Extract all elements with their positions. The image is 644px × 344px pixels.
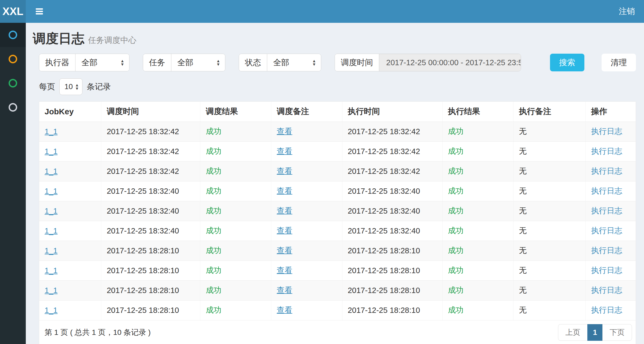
column-header: 操作 <box>585 102 636 122</box>
trigger-remark-link[interactable]: 查看 <box>277 167 292 175</box>
log-table: JobKey调度时间调度结果调度备注执行时间执行结果执行备注操作 1_1 201… <box>39 102 636 320</box>
jobkey-link[interactable]: 1_1 <box>45 246 57 255</box>
circle-outline-icon <box>9 31 17 39</box>
select-caret-icon: ▲▼ <box>216 59 220 66</box>
trigger-remark-link[interactable]: 查看 <box>277 147 292 155</box>
prev-page-button[interactable]: 上页 <box>558 324 588 341</box>
handle-time-cell: 2017-12-25 18:28:10 <box>348 246 420 255</box>
trigger-result-cell: 成功 <box>206 266 221 275</box>
exec-log-link[interactable]: 执行日志 <box>591 286 622 294</box>
status-filter-group: 状态 全部 ▲▼ <box>239 54 321 71</box>
trigger-remark-link[interactable]: 查看 <box>277 266 292 275</box>
exec-log-link[interactable]: 执行日志 <box>591 186 622 195</box>
jobkey-link[interactable]: 1_1 <box>45 226 57 235</box>
circle-outline-icon <box>9 55 17 63</box>
jobkey-link[interactable]: 1_1 <box>45 286 57 295</box>
jobkey-link[interactable]: 1_1 <box>45 187 57 195</box>
table-row: 1_1 2017-12-25 18:28:10 成功 查看 2017-12-25… <box>39 300 636 320</box>
search-button[interactable]: 搜索 <box>550 54 584 71</box>
status-filter-label: 状态 <box>239 54 267 71</box>
trigger-remark-link[interactable]: 查看 <box>277 246 292 255</box>
handle-time-cell: 2017-12-25 18:28:10 <box>348 266 420 275</box>
exec-log-link[interactable]: 执行日志 <box>591 226 622 235</box>
handle-time-cell: 2017-12-25 18:32:40 <box>348 207 420 215</box>
status-filter-select[interactable]: 全部 ▲▼ <box>267 54 321 71</box>
current-page-button[interactable]: 1 <box>587 324 603 341</box>
app-logo[interactable]: XXL <box>0 0 26 23</box>
trigger-time-cell: 2017-12-25 18:32:40 <box>107 226 179 235</box>
trigger-remark-link[interactable]: 查看 <box>277 306 292 314</box>
job-filter-group: 任务 全部 ▲▼ <box>143 54 225 71</box>
column-header: JobKey <box>39 102 101 122</box>
handle-remark-cell: 无 <box>519 167 527 175</box>
sidebar-item-4[interactable] <box>0 95 26 119</box>
table-footer: 第 1 页 ( 总共 1 页，10 条记录 ) 上页 1 下页 <box>39 320 636 344</box>
sidebar-toggle-button[interactable] <box>33 6 46 17</box>
jobkey-link[interactable]: 1_1 <box>45 167 57 175</box>
table-row: 1_1 2017-12-25 18:32:42 成功 查看 2017-12-25… <box>39 161 636 181</box>
pagination: 上页 1 下页 <box>558 324 632 341</box>
trigger-remark-link[interactable]: 查看 <box>277 186 292 195</box>
trigger-time-cell: 2017-12-25 18:32:40 <box>107 207 179 215</box>
handle-result-cell: 成功 <box>448 286 464 294</box>
sidebar-item-3[interactable] <box>0 71 26 95</box>
content-header: 调度日志任务调度中心 <box>26 23 644 54</box>
select-caret-icon: ▲▼ <box>120 59 124 66</box>
column-header: 执行结果 <box>442 102 513 122</box>
handle-time-cell: 2017-12-25 18:32:42 <box>348 147 420 156</box>
exec-log-link[interactable]: 执行日志 <box>591 266 622 275</box>
trigger-time-cell: 2017-12-25 18:28:10 <box>107 286 179 295</box>
handle-result-cell: 成功 <box>448 167 464 175</box>
jobkey-link[interactable]: 1_1 <box>45 147 57 156</box>
table-row: 1_1 2017-12-25 18:32:42 成功 查看 2017-12-25… <box>39 141 636 161</box>
executor-filter-label: 执行器 <box>39 54 75 71</box>
top-navbar: XXL 注销 <box>0 0 644 23</box>
handle-result-cell: 成功 <box>448 147 464 155</box>
jobkey-link[interactable]: 1_1 <box>45 306 57 314</box>
trigger-result-cell: 成功 <box>206 127 221 136</box>
exec-log-link[interactable]: 执行日志 <box>591 206 622 215</box>
exec-log-link[interactable]: 执行日志 <box>591 127 622 136</box>
sidebar-item-1[interactable] <box>0 23 26 47</box>
trigger-remark-link[interactable]: 查看 <box>277 226 292 235</box>
table-row: 1_1 2017-12-25 18:28:10 成功 查看 2017-12-25… <box>39 261 636 280</box>
table-row: 1_1 2017-12-25 18:28:10 成功 查看 2017-12-25… <box>39 241 636 261</box>
handle-remark-cell: 无 <box>519 147 527 155</box>
column-header: 执行时间 <box>342 102 442 122</box>
handle-time-cell: 2017-12-25 18:32:42 <box>348 127 420 136</box>
handle-result-cell: 成功 <box>448 266 464 275</box>
trigger-remark-link[interactable]: 查看 <box>277 206 292 215</box>
exec-log-link[interactable]: 执行日志 <box>591 306 622 314</box>
executor-filter-select[interactable]: 全部 ▲▼ <box>75 54 129 71</box>
sidebar-item-2[interactable] <box>0 47 26 71</box>
next-page-button[interactable]: 下页 <box>602 324 632 341</box>
filter-bar: 执行器 全部 ▲▼ 任务 全部 ▲▼ 状态 全部 ▲▼ <box>39 54 636 71</box>
column-header: 调度结果 <box>200 102 271 122</box>
handle-remark-cell: 无 <box>519 186 527 195</box>
trigger-remark-link[interactable]: 查看 <box>277 286 292 294</box>
log-table-panel: JobKey调度时间调度结果调度备注执行时间执行结果执行备注操作 1_1 201… <box>39 101 636 344</box>
clear-button[interactable]: 清理 <box>602 54 636 71</box>
trigger-time-cell: 2017-12-25 18:28:10 <box>107 246 179 255</box>
jobkey-link[interactable]: 1_1 <box>45 127 57 136</box>
main-content: 调度日志任务调度中心 执行器 全部 ▲▼ 任务 全部 ▲▼ 状态 <box>26 23 644 344</box>
trigger-time-filter-label: 调度时间 <box>335 54 379 71</box>
trigger-remark-link[interactable]: 查看 <box>277 127 292 136</box>
trigger-time-cell: 2017-12-25 18:32:40 <box>107 187 179 195</box>
jobkey-link[interactable]: 1_1 <box>45 207 57 215</box>
trigger-time-filter-group: 调度时间 2017-12-25 00:00:00 - 2017-12-25 23… <box>335 54 521 71</box>
page-size-select[interactable]: 10 ▲▼ <box>59 78 82 95</box>
exec-log-link[interactable]: 执行日志 <box>591 246 622 255</box>
navbar: 注销 <box>26 0 644 23</box>
log-table-body: 1_1 2017-12-25 18:32:42 成功 查看 2017-12-25… <box>39 122 636 320</box>
trigger-time-cell: 2017-12-25 18:32:42 <box>107 167 179 175</box>
handle-time-cell: 2017-12-25 18:32:40 <box>348 187 420 195</box>
exec-log-link[interactable]: 执行日志 <box>591 167 622 175</box>
handle-remark-cell: 无 <box>519 206 527 215</box>
handle-remark-cell: 无 <box>519 306 527 314</box>
job-filter-select[interactable]: 全部 ▲▼ <box>171 54 225 71</box>
jobkey-link[interactable]: 1_1 <box>45 266 57 275</box>
trigger-time-range-input[interactable]: 2017-12-25 00:00:00 - 2017-12-25 23:59:5… <box>379 54 521 71</box>
exec-log-link[interactable]: 执行日志 <box>591 147 622 155</box>
logout-link[interactable]: 注销 <box>619 6 635 17</box>
